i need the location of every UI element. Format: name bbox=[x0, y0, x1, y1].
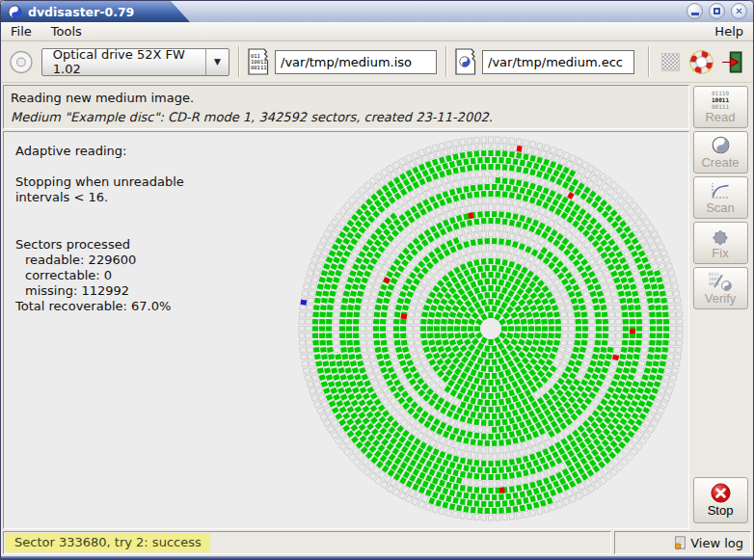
stop-label: Stop bbox=[708, 503, 734, 518]
status-line-2: Medium "Example disc": CD-R mode 1, 3425… bbox=[11, 108, 682, 127]
minimize-button[interactable] bbox=[687, 3, 703, 19]
toolbar-separator bbox=[648, 46, 649, 77]
view-log-label: View log bbox=[690, 536, 743, 550]
verify-button[interactable]: 0111 1001 0011 Verify bbox=[693, 267, 748, 309]
lifebuoy-icon bbox=[689, 50, 714, 74]
status-message-cell: Sector 333680, try 2: success bbox=[3, 531, 611, 554]
sectors-correctable: correctable: 0 bbox=[15, 268, 184, 283]
stop-icon bbox=[710, 484, 732, 503]
app-logo-icon bbox=[8, 5, 22, 19]
disabled-preferences-icon bbox=[661, 53, 680, 71]
toolbar: Optical drive 52X FW 1.02 ▼ 011 10011 00… bbox=[1, 41, 753, 83]
scan-icon bbox=[710, 181, 731, 200]
status-line-1: Reading new medium image. bbox=[11, 89, 682, 108]
reading-info: Adaptive reading: Stopping when unreadab… bbox=[15, 144, 184, 314]
window-bottom-border bbox=[1, 556, 753, 559]
menubar: File Tools Help bbox=[1, 22, 753, 41]
stop-condition-line2: intervals < 16. bbox=[15, 190, 184, 205]
close-icon: ✕ bbox=[735, 7, 742, 16]
log-icon bbox=[673, 536, 687, 550]
help-button[interactable] bbox=[688, 49, 714, 75]
status-header: Reading new medium image. Medium "Exampl… bbox=[3, 85, 689, 129]
drive-icon bbox=[9, 49, 34, 75]
menu-file[interactable]: File bbox=[11, 24, 32, 39]
verify-icon: 0111 1001 0011 bbox=[709, 272, 732, 291]
fix-label: Fix bbox=[712, 246, 728, 260]
chevron-down-icon: ▼ bbox=[205, 49, 229, 75]
sectors-missing: missing: 112992 bbox=[15, 283, 184, 299]
reading-panel: Adaptive reading: Stopping when unreadab… bbox=[3, 131, 689, 529]
close-button[interactable]: ✕ bbox=[731, 3, 747, 19]
spacer bbox=[15, 205, 184, 237]
sectors-title: Sectors processed bbox=[15, 237, 184, 253]
titlebar[interactable]: dvdisaster-0.79 ✕ bbox=[1, 1, 753, 22]
iso-file-icon: 011 10011 00111 bbox=[248, 48, 270, 75]
minimize-icon bbox=[691, 13, 699, 15]
exit-door-icon bbox=[720, 50, 744, 74]
preferences-button-disabled[interactable] bbox=[658, 49, 684, 75]
fix-button[interactable]: Fix bbox=[693, 222, 748, 264]
view-log-cell[interactable]: View log bbox=[614, 531, 751, 554]
ecc-path-input[interactable] bbox=[482, 50, 634, 74]
maximize-icon bbox=[714, 8, 720, 14]
maximize-button[interactable] bbox=[709, 3, 725, 19]
read-icon: 01110 10011 00111 bbox=[712, 91, 729, 110]
status-message: Sector 333680, try 2: success bbox=[6, 533, 210, 552]
total-recoverable: Total recoverable: 67.0% bbox=[15, 299, 184, 314]
create-label: Create bbox=[701, 155, 739, 170]
drive-select[interactable]: Optical drive 52X FW 1.02 ▼ bbox=[41, 48, 229, 76]
create-button[interactable]: Create bbox=[693, 131, 748, 173]
toolbar-separator bbox=[445, 46, 446, 77]
iso-icon-digits: 00111 bbox=[251, 65, 267, 70]
sectors-readable: readable: 229600 bbox=[15, 253, 184, 268]
verify-label: Verify bbox=[705, 291, 737, 306]
window-title: dvdisaster-0.79 bbox=[28, 5, 134, 19]
create-icon bbox=[712, 136, 730, 155]
menu-tools[interactable]: Tools bbox=[51, 24, 82, 39]
iso-path-input[interactable] bbox=[275, 50, 437, 74]
read-button[interactable]: 01110 10011 00111 Read bbox=[693, 86, 748, 128]
stop-button[interactable]: Stop bbox=[693, 477, 748, 523]
menu-help[interactable]: Help bbox=[714, 24, 743, 39]
app-window: dvdisaster-0.79 ✕ File Tools Help Optica… bbox=[0, 0, 754, 560]
ecc-file-icon bbox=[455, 48, 477, 75]
scan-label: Scan bbox=[706, 200, 735, 215]
fix-icon bbox=[711, 227, 730, 246]
main-area: Reading new medium image. Medium "Exampl… bbox=[1, 83, 753, 529]
read-label: Read bbox=[705, 110, 735, 124]
drive-select-value: Optical drive 52X FW 1.02 bbox=[42, 47, 205, 76]
action-button-column: 01110 10011 00111 Read Create bbox=[689, 85, 751, 529]
quit-button[interactable] bbox=[719, 49, 745, 75]
mode-title: Adaptive reading: bbox=[15, 144, 184, 159]
scan-button[interactable]: Scan bbox=[693, 176, 748, 219]
stop-condition-line1: Stopping when unreadable bbox=[15, 174, 184, 190]
spacer bbox=[15, 159, 184, 174]
statusbar: Sector 333680, try 2: success View log bbox=[3, 531, 751, 554]
toolbar-separator bbox=[238, 46, 239, 77]
title-tab: dvdisaster-0.79 bbox=[1, 1, 190, 22]
